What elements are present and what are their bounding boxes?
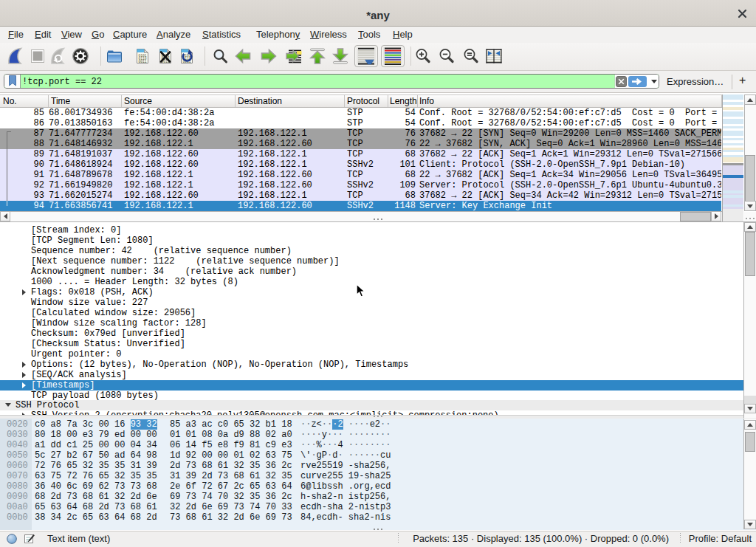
svg-text:0011: 0011	[139, 60, 147, 63]
